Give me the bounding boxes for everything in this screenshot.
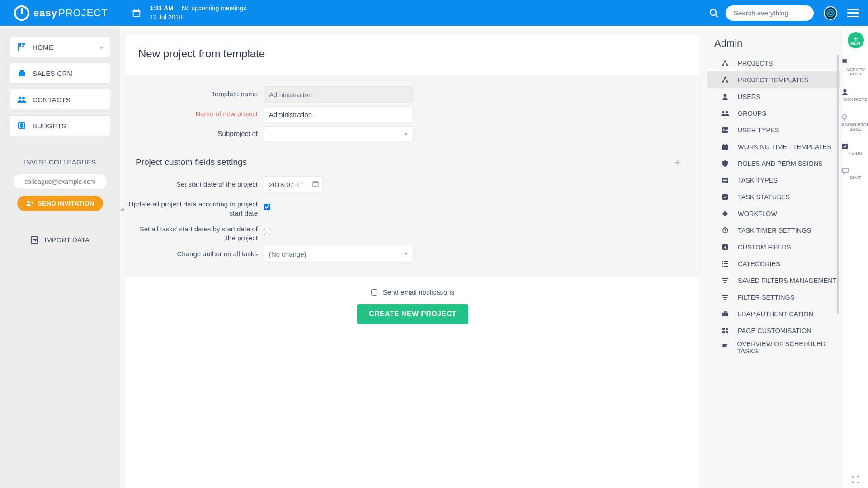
home-icon [17,42,26,52]
admin-item-filter-settings[interactable]: FILTER SETTINGS [707,289,840,305]
calendar-icon [721,143,730,150]
check-icon [721,194,730,200]
calendar-picker-icon[interactable] [312,180,319,188]
label-set-tasks: Set all tasks' start dates by start date… [128,221,264,242]
admin-item-working-time-templates[interactable]: WORKING TIME - TEMPLATES [707,138,840,155]
change-author-value: (No change) [269,250,307,258]
right-rail: ＋ NEW ACTIVITYFEEDCONTACTSKNOWLEDGEBASET… [843,26,868,488]
svg-rect-26 [314,181,315,182]
search-icon[interactable] [708,8,719,19]
svg-rect-64 [723,297,727,298]
brand-logo[interactable]: easy PROJECT [14,5,108,21]
share-icon [721,60,730,67]
sidebar-item-home[interactable]: HOME ▶ [10,37,110,57]
admin-item-task-types[interactable]: TASK TYPES [707,172,840,188]
admin-item-workflow[interactable]: WORKFLOW [707,205,840,222]
rail-label: CONTACTS [842,98,868,102]
svg-rect-27 [317,181,318,182]
rail-todo[interactable]: TO-DO [842,143,868,156]
caret-down-icon: ▼ [404,252,408,257]
rail-knowledge-base[interactable]: KNOWLEDGEBASE [842,114,868,132]
import-label: IMPORT DATA [44,236,90,244]
chat-icon [842,168,868,174]
header-calendar[interactable]: 1:01 AM No upcoming meetings 12 Jul 2018 [131,4,246,22]
sidebar-item-sales-crm[interactable]: SALES CRM [10,63,110,83]
user-avatar[interactable] [824,6,837,20]
invite-title: INVITE COLLEAGUES [10,158,110,166]
update-data-checkbox[interactable] [264,204,270,210]
email-notif-checkbox[interactable] [371,289,377,296]
svg-rect-61 [723,280,727,281]
scrollbar-thumb[interactable] [837,55,839,314]
send-invitation-button[interactable]: SEND INVITATION [17,196,104,211]
admin-item-label: WORKING TIME - TEMPLATES [738,143,831,150]
user-icon [842,89,868,96]
import-data-link[interactable]: IMPORT DATA [10,236,110,244]
chevron-right-icon: ▶ [100,45,104,50]
admin-item-page-customisation[interactable]: PAGE CUSTOMISATION [707,322,840,339]
global-search-input[interactable] [726,5,814,21]
admin-item-roles-and-permissions[interactable]: ROLES AND PERMISSIONS [707,155,840,172]
admin-item-user-types[interactable]: USER TYPES [707,122,840,138]
sidebar-item-contacts[interactable]: CONTACTS [10,89,110,109]
admin-item-label: CUSTOM FIELDS [738,244,791,251]
rail-contacts[interactable]: CONTACTS [842,89,868,102]
admin-item-task-statuses[interactable]: TASK STATUSES [707,188,840,205]
svg-point-36 [726,111,728,113]
admin-item-label: GROUPS [738,110,766,117]
admin-item-saved-filters-management[interactable]: SAVED FILTERS MANAGEMENT [707,272,840,289]
admin-item-task-timer-settings[interactable]: TASK TIMER SETTINGS [707,222,840,239]
sidebar-item-budgets[interactable]: $ BUDGETS [10,116,110,136]
invite-email-input[interactable] [13,174,108,189]
check-icon [842,143,868,150]
main-content: New project from template Template name … [120,26,707,488]
rail-activity-feed[interactable]: ACTIVITYFEED [842,59,868,77]
add-custom-field-button[interactable]: ＋ [672,154,684,170]
admin-item-project-templates[interactable]: PROJECT TEMPLATES [707,71,840,88]
svg-rect-22 [32,202,33,204]
svg-rect-57 [724,263,728,264]
svg-rect-66 [722,313,728,316]
email-notif-label: Send email notifications [383,288,454,296]
invite-section: INVITE COLLEAGUES SEND INVITATION [10,158,110,211]
change-author-select[interactable]: (No change) ▼ [264,246,413,262]
subproject-select[interactable]: ▼ [264,126,413,142]
admin-item-categories[interactable]: CATEGORIES [707,255,840,272]
svg-rect-71 [726,331,728,333]
new-button[interactable]: ＋ NEW [848,32,864,48]
admin-item-label: FILTER SETTINGS [738,294,794,301]
svg-point-35 [722,111,725,113]
grid-icon [721,328,730,334]
svg-rect-40 [726,130,728,131]
rail-label: ACTIVITYFEED [842,68,868,77]
admin-item-label: OVERVIEW OF SCHEDULED TASKS [737,340,840,355]
new-project-name-input[interactable] [264,106,413,122]
admin-item-label: PAGE CUSTOMISATION [738,327,811,334]
create-project-button[interactable]: CREATE NEW PROJECT [357,304,468,324]
admin-item-ldap-authentication[interactable]: LDAP AUTHENTICATION [707,305,840,322]
svg-rect-69 [726,328,728,330]
app-header: easy PROJECT 1:01 AM No upcoming meeting… [0,0,868,26]
plus-box-icon [721,244,730,250]
admin-item-custom-fields[interactable]: CUSTOM FIELDS [707,239,840,255]
admin-item-groups[interactable]: GROUPS [707,105,840,122]
svg-rect-75 [842,168,848,172]
menu-icon[interactable] [847,7,859,19]
admin-item-users[interactable]: USERS [707,88,840,105]
svg-rect-46 [723,179,727,179]
brand-text-light: PROJECT [58,7,108,19]
brand-mark [14,5,30,21]
admin-title: Admin [707,35,840,55]
svg-rect-6 [133,12,139,16]
svg-rect-10 [18,43,21,47]
admin-item-projects[interactable]: PROJECTS [707,55,840,71]
admin-panel: ▶ Admin PROJECTSPROJECT TEMPLATESUSERSGR… [707,26,843,488]
svg-rect-67 [724,311,726,313]
admin-item-overview-of-scheduled-tasks[interactable]: OVERVIEW OF SCHEDULED TASKS [707,339,840,356]
admin-item-label: TASK TIMER SETTINGS [738,227,811,234]
collapse-left-icon[interactable]: ◀ [120,206,124,212]
briefcase-icon [17,69,26,78]
rail-chat[interactable]: CHAT [842,168,868,180]
fullscreen-icon[interactable] [852,475,860,483]
set-tasks-checkbox[interactable] [264,229,270,235]
